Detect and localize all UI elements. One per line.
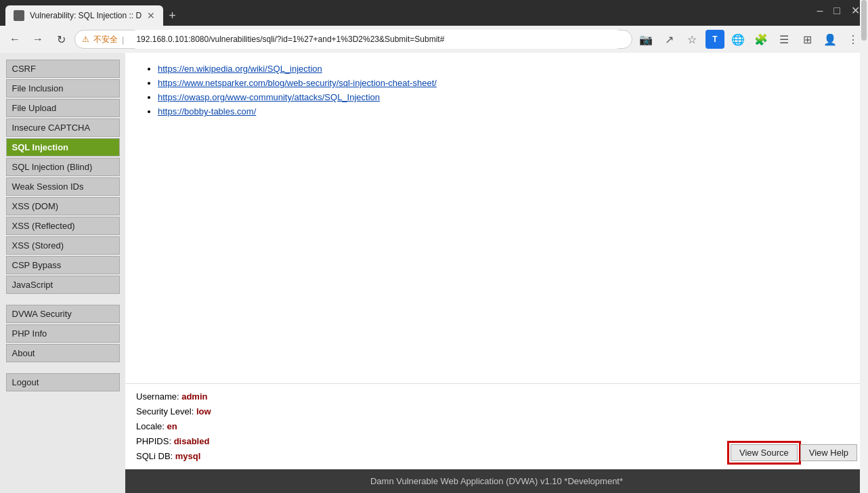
- sidebar-item-xss-dom[interactable]: XSS (DOM): [6, 197, 120, 215]
- sidebar-item-sql-injection[interactable]: SQL Injection: [6, 138, 120, 156]
- new-tab-button[interactable]: +: [163, 5, 181, 26]
- sqlidb-label: SQLi DB:: [136, 451, 175, 461]
- sidebar-item-csp-bypass[interactable]: CSP Bypass: [6, 256, 120, 274]
- footer-buttons: View Source View Help: [731, 444, 857, 461]
- tab-favicon: [14, 10, 24, 21]
- page-footer-text: Damn Vulnerable Web Application (DVWA) v…: [370, 476, 623, 486]
- menu-bar-icon[interactable]: ☰: [775, 30, 794, 49]
- locale-value: en: [167, 421, 177, 431]
- sidebar-item-weak-session-ids[interactable]: Weak Session IDs: [6, 177, 120, 196]
- separator: |: [122, 35, 124, 45]
- sidebar-item-dvwa-security[interactable]: DVWA Security: [6, 305, 120, 323]
- reload-button[interactable]: ↻: [51, 30, 70, 49]
- main-content: https://en.wikipedia.org/wiki/SQL_inject…: [125, 53, 868, 383]
- minimize-button[interactable]: –: [817, 5, 823, 17]
- sidebar-item-logout[interactable]: Logout: [6, 373, 120, 391]
- phpids-row: PHPIDS: disabled: [136, 434, 211, 449]
- list-item: https://bobby-tables.com/: [158, 106, 852, 116]
- security-icon: ⚠: [82, 35, 89, 44]
- reference-links-list: https://en.wikipedia.org/wiki/SQL_inject…: [142, 64, 852, 116]
- username-label: Username:: [136, 391, 181, 402]
- sidebar-item-csrf[interactable]: CSRF: [6, 60, 120, 78]
- security-level-label: Security Level:: [136, 406, 196, 416]
- footer-info: Username: admin Security Level: low Loca…: [136, 389, 211, 464]
- locale-row: Locale: en: [136, 419, 211, 434]
- sidebar-item-about[interactable]: About: [6, 344, 120, 362]
- extension-icon[interactable]: T: [706, 30, 724, 49]
- maximize-button[interactable]: □: [833, 5, 840, 17]
- sidebar-toggle-icon[interactable]: ⊞: [798, 30, 817, 49]
- view-source-button[interactable]: View Source: [731, 444, 798, 461]
- browser-tab[interactable]: Vulnerability: SQL Injection :: D ✕: [5, 5, 163, 26]
- tab-title: Vulnerability: SQL Injection :: D: [30, 11, 142, 20]
- share-icon[interactable]: ↗: [659, 30, 678, 49]
- sidebar-item-php-info[interactable]: PHP Info: [6, 324, 120, 343]
- locale-label: Locale:: [136, 421, 167, 431]
- link-owasp[interactable]: https://owasp.org/www-community/attacks/…: [158, 92, 380, 102]
- username-value: admin: [181, 391, 207, 402]
- list-item: https://en.wikipedia.org/wiki/SQL_inject…: [158, 64, 852, 74]
- list-item: https://www.netsparker.com/blog/web-secu…: [158, 78, 852, 88]
- bookmark-icon[interactable]: ☆: [682, 30, 701, 49]
- phpids-label: PHPIDS:: [136, 436, 174, 446]
- view-help-button[interactable]: View Help: [800, 444, 857, 461]
- close-button[interactable]: ✕: [851, 4, 860, 17]
- security-label: 不安全: [93, 34, 118, 45]
- sqlidb-row: SQLi DB: mysql: [136, 449, 211, 464]
- sidebar-item-insecure-captcha[interactable]: Insecure CAPTCHA: [6, 119, 120, 137]
- screenshot-icon[interactable]: 📷: [636, 30, 655, 49]
- sidebar-item-xss-stored[interactable]: XSS (Stored): [6, 236, 120, 255]
- sqlidb-value: mysql: [175, 451, 201, 461]
- page-footer: Damn Vulnerable Web Application (DVWA) v…: [125, 469, 868, 493]
- username-row: Username: admin: [136, 389, 211, 404]
- address-bar-input[interactable]: [128, 30, 625, 49]
- phpids-value: disabled: [174, 436, 210, 446]
- scrollbar[interactable]: [860, 53, 868, 493]
- footer-bar: Username: admin Security Level: low Loca…: [125, 383, 868, 469]
- back-button[interactable]: ←: [5, 30, 24, 49]
- translate-icon[interactable]: 🌐: [729, 30, 747, 49]
- link-bobby-tables[interactable]: https://bobby-tables.com/: [158, 106, 256, 116]
- sidebar-item-xss-reflected[interactable]: XSS (Reflected): [6, 217, 120, 235]
- list-item: https://owasp.org/www-community/attacks/…: [158, 92, 852, 102]
- security-level-row: Security Level: low: [136, 404, 211, 419]
- link-wikipedia[interactable]: https://en.wikipedia.org/wiki/SQL_inject…: [158, 64, 322, 74]
- forward-button[interactable]: →: [28, 30, 47, 49]
- tab-close-button[interactable]: ✕: [147, 10, 155, 21]
- link-netsparker[interactable]: https://www.netsparker.com/blog/web-secu…: [158, 78, 437, 88]
- sidebar: CSRF File Inclusion File Upload Insecure…: [0, 53, 125, 493]
- sidebar-item-file-inclusion[interactable]: File Inclusion: [6, 79, 120, 98]
- sidebar-item-file-upload[interactable]: File Upload: [6, 99, 120, 117]
- profile-icon[interactable]: 👤: [821, 30, 840, 49]
- security-level-value: low: [196, 406, 211, 416]
- puzzle-icon[interactable]: 🧩: [752, 30, 771, 49]
- sidebar-item-javascript[interactable]: JavaScript: [6, 276, 120, 294]
- sidebar-item-sql-injection-blind[interactable]: SQL Injection (Blind): [6, 158, 120, 176]
